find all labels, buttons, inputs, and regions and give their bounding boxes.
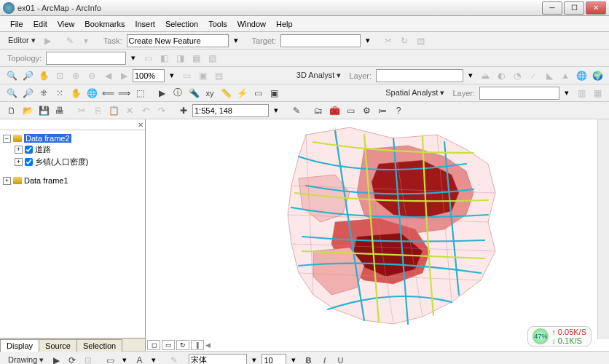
select-element-icon[interactable]: ▶ bbox=[49, 353, 63, 365]
rectangle-icon[interactable]: ▭ bbox=[103, 353, 117, 365]
editor-toolbar-icon[interactable]: ✎ bbox=[289, 103, 304, 118]
layout-zoom-dropdown-icon[interactable]: ▾ bbox=[166, 71, 178, 80]
layer-towns-density[interactable]: + 乡镇(人口密度) bbox=[3, 156, 142, 168]
cmdline-icon[interactable]: ▭ bbox=[343, 103, 358, 118]
select-elements-icon[interactable]: ▶ bbox=[154, 86, 169, 100]
task-select[interactable] bbox=[127, 34, 229, 47]
arcscene-icon[interactable]: 🌐 bbox=[574, 68, 589, 83]
menu-tools[interactable]: Tools bbox=[204, 18, 232, 30]
map-canvas[interactable] bbox=[146, 119, 597, 339]
add-data-icon[interactable]: ✚ bbox=[176, 103, 191, 118]
minimize-button[interactable]: ─ bbox=[542, 1, 562, 15]
close-button[interactable]: ✕ bbox=[586, 1, 606, 15]
layer-roads[interactable]: + 道路 bbox=[3, 143, 142, 156]
arccatalog-icon[interactable]: 🗂 bbox=[311, 103, 326, 118]
menu-view[interactable]: View bbox=[53, 18, 79, 30]
spatial-layer-label: Layer: bbox=[449, 89, 478, 98]
size-dropdown-icon[interactable]: ▾ bbox=[288, 355, 299, 364]
drawing-toolbar: Drawing ▾ ▶ ⟳ ⊡ ▭ ▾ A ▾ ✎ ▾ ▾ B I U bbox=[0, 351, 609, 364]
save-icon[interactable]: 💾 bbox=[36, 103, 51, 118]
menu-selection[interactable]: Selection bbox=[161, 18, 203, 30]
fixed-zoomout-icon[interactable]: ⁙ bbox=[52, 86, 67, 100]
find-icon[interactable]: 🔦 bbox=[186, 86, 201, 100]
expand-icon[interactable]: − bbox=[3, 135, 11, 143]
shape-dropdown-icon[interactable]: ▾ bbox=[119, 355, 130, 364]
new-icon[interactable]: 🗋 bbox=[4, 103, 19, 118]
menu-window[interactable]: Window bbox=[233, 18, 270, 30]
target-select[interactable] bbox=[280, 34, 361, 47]
menu-bookmarks[interactable]: Bookmarks bbox=[80, 18, 129, 30]
layout-view-button[interactable]: ▭ bbox=[162, 340, 175, 350]
viewer-icon[interactable]: ▣ bbox=[267, 86, 281, 100]
menu-help[interactable]: Help bbox=[272, 18, 297, 30]
3d-layer-dropdown-icon[interactable]: ▾ bbox=[465, 71, 476, 80]
data-frame-1[interactable]: + Data frame1 bbox=[3, 175, 142, 186]
modelbuilder-icon[interactable]: ⚙ bbox=[359, 103, 374, 118]
vertical-scrollbar[interactable] bbox=[597, 119, 609, 339]
map-view[interactable]: ◻ ▭ ↻ ‖ ◀ 47% ↑ 0.05K/S ↓ 0.1K/S bbox=[146, 119, 609, 351]
print-icon[interactable]: 🖶 bbox=[52, 103, 67, 118]
undo-icon: ↶ bbox=[138, 103, 153, 118]
open-icon[interactable]: 📂 bbox=[20, 103, 35, 118]
whats-this-icon[interactable]: ? bbox=[391, 103, 406, 118]
expand-icon[interactable]: + bbox=[15, 146, 23, 154]
back-extent-icon[interactable]: ⟸ bbox=[101, 86, 115, 100]
map-scale-input[interactable] bbox=[192, 104, 269, 117]
italic-button[interactable]: I bbox=[317, 353, 331, 365]
zoom-in-icon[interactable]: 🔍 bbox=[4, 86, 19, 100]
layer-checkbox[interactable] bbox=[25, 158, 33, 166]
python-icon[interactable]: ≔ bbox=[375, 103, 390, 118]
scale-dropdown-icon[interactable]: ▾ bbox=[270, 106, 282, 115]
menu-edit[interactable]: Edit bbox=[29, 18, 52, 30]
layer-checkbox[interactable] bbox=[25, 146, 33, 154]
menu-insert[interactable]: Insert bbox=[130, 18, 160, 30]
refresh-button[interactable]: ↻ bbox=[176, 340, 189, 350]
data-view-button[interactable]: ◻ bbox=[147, 340, 160, 350]
3d-layer-select[interactable] bbox=[376, 69, 463, 82]
underline-button[interactable]: U bbox=[333, 353, 347, 365]
toc-tab-display[interactable]: Display bbox=[0, 339, 39, 352]
font-select[interactable] bbox=[189, 354, 247, 365]
identify-icon[interactable]: ⓘ bbox=[170, 86, 185, 100]
font-size-select[interactable] bbox=[262, 354, 286, 365]
menu-file[interactable]: File bbox=[6, 18, 28, 30]
pan-icon[interactable]: ✋ bbox=[68, 86, 83, 100]
bold-button[interactable]: B bbox=[301, 353, 315, 365]
fixed-zoomin-icon[interactable]: ⁜ bbox=[36, 86, 51, 100]
spatial-analyst-dropdown[interactable]: Spatial Analyst ▾ bbox=[382, 86, 448, 100]
drawing-dropdown[interactable]: Drawing ▾ bbox=[4, 353, 47, 364]
full-extent-icon[interactable]: 🌐 bbox=[85, 86, 99, 100]
toc-tab-selection[interactable]: Selection bbox=[76, 339, 122, 352]
rotate-icon: ↻ bbox=[397, 33, 412, 48]
maximize-button[interactable]: ☐ bbox=[564, 1, 584, 15]
text-dropdown-icon[interactable]: ▾ bbox=[148, 355, 160, 364]
goto-xy-icon[interactable]: xy bbox=[203, 86, 217, 100]
select-features-icon[interactable]: ⬚ bbox=[133, 86, 147, 100]
arctoolbox-icon[interactable]: 🧰 bbox=[327, 103, 342, 118]
expand-icon[interactable]: + bbox=[15, 158, 23, 166]
target-dropdown-icon[interactable]: ▾ bbox=[362, 36, 374, 45]
arcglobe-icon[interactable]: 🌍 bbox=[590, 68, 605, 83]
measure-icon[interactable]: 📏 bbox=[219, 86, 233, 100]
font-dropdown-icon[interactable]: ▾ bbox=[248, 355, 260, 364]
toc-close-icon[interactable]: ✕ bbox=[138, 121, 144, 129]
layout-zoom-pct[interactable] bbox=[133, 69, 165, 82]
topology-select[interactable] bbox=[46, 52, 126, 65]
zoom-out-icon[interactable]: 🔎 bbox=[20, 86, 35, 100]
toc-tab-source[interactable]: Source bbox=[39, 339, 77, 352]
rotate-element-icon[interactable]: ⟳ bbox=[65, 353, 79, 365]
spatial-layer-select[interactable] bbox=[479, 87, 559, 100]
topology-dropdown-icon[interactable]: ▾ bbox=[127, 53, 139, 63]
spatial-layer-dropdown-icon[interactable]: ▾ bbox=[561, 88, 573, 98]
3d-analyst-dropdown[interactable]: 3D Analyst ▾ bbox=[293, 68, 345, 82]
html-popup-icon[interactable]: ▭ bbox=[251, 86, 265, 100]
forward-extent-icon[interactable]: ⟹ bbox=[117, 86, 131, 100]
data-frame-2[interactable]: − Data frame2 bbox=[3, 133, 142, 143]
expand-icon[interactable]: + bbox=[3, 177, 11, 185]
editor-dropdown[interactable]: Editor ▾ bbox=[4, 33, 39, 47]
task-dropdown-icon[interactable]: ▾ bbox=[230, 36, 242, 45]
pause-button[interactable]: ‖ bbox=[191, 340, 204, 350]
content-area: ✕ − Data frame2 + 道路 + 乡镇(人口密度) + Data bbox=[0, 119, 609, 351]
hyperlink-icon[interactable]: ⚡ bbox=[235, 86, 249, 100]
text-tool-icon[interactable]: A bbox=[132, 353, 146, 365]
